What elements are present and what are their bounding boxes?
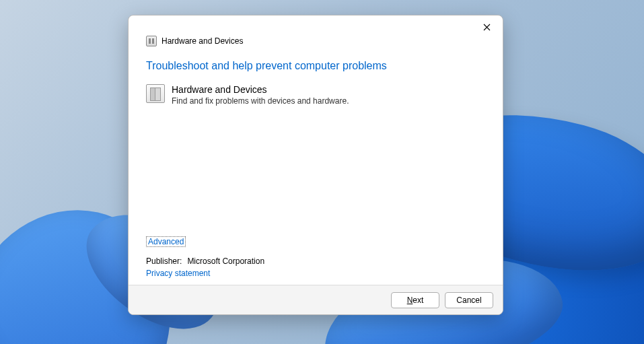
close-icon [483,24,491,31]
next-button[interactable]: Next [391,292,439,308]
main-heading: Troubleshoot and help prevent computer p… [146,60,485,72]
dialog-footer: Next Cancel [129,285,503,314]
spacer [146,106,485,236]
troubleshooter-item: Hardware and Devices Find and fix proble… [146,84,485,106]
troubleshooter-text: Hardware and Devices Find and fix proble… [172,84,349,106]
troubleshooter-dialog: Hardware and Devices Troubleshoot and he… [128,15,503,315]
window-title: Hardware and Devices [162,36,243,46]
advanced-link[interactable]: Advanced [146,236,186,247]
troubleshooter-title: Hardware and Devices [172,84,349,96]
publisher-value: Microsoft Corporation [187,256,264,266]
publisher-row: Publisher:Microsoft Corporation [146,256,485,266]
troubleshooter-description: Find and fix problems with devices and h… [172,96,349,106]
hardware-devices-large-icon [146,84,165,103]
publisher-label: Publisher: [146,256,182,266]
window-header: Hardware and Devices [129,36,503,46]
cancel-button[interactable]: Cancel [445,292,493,308]
next-button-rest: ext [413,296,423,305]
hardware-devices-icon [146,36,157,46]
close-button[interactable] [474,18,499,36]
dialog-content: Troubleshoot and help prevent computer p… [129,46,503,285]
next-button-hotkey: N [407,296,413,305]
privacy-statement-link[interactable]: Privacy statement [146,269,210,278]
titlebar [129,15,503,38]
